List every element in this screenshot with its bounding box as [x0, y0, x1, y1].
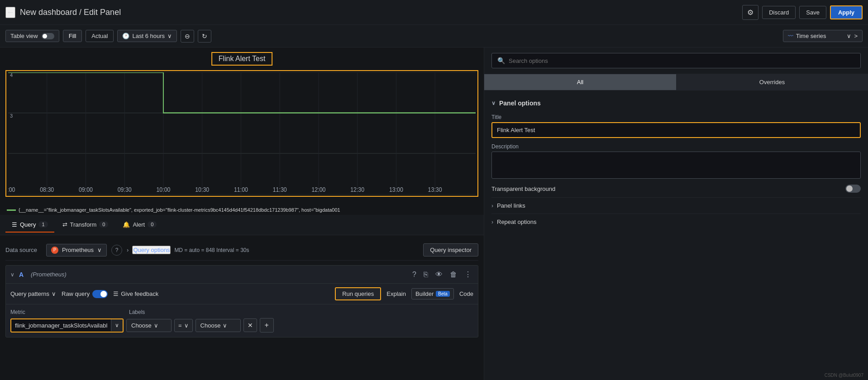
search-input[interactable] — [509, 57, 855, 64]
save-button[interactable]: Save — [799, 6, 826, 19]
metric-labels-row: Metric Labels ∨ Choose ∨ = — [6, 304, 478, 337]
tab-transform[interactable]: ⇄ Transform 0 — [56, 218, 115, 233]
clock-icon: 🕐 — [122, 33, 129, 39]
search-options-box[interactable]: 🔍 — [491, 53, 861, 68]
right-panel: 🔍 All Overrides ∨ Panel options Title De… — [484, 48, 868, 380]
search-icon: 🔍 — [497, 57, 505, 64]
repeat-options-chevron: › — [491, 219, 493, 225]
query-help-button[interactable]: ? — [410, 270, 418, 280]
feedback-button[interactable]: ☰ Give feedback — [113, 290, 158, 297]
chart-inner: 08:00 08:30 09:00 09:30 10:00 10:30 11:0… — [8, 72, 476, 195]
ts-chevron-down: ∨ — [847, 33, 851, 39]
query-options-button[interactable]: Query options — [132, 246, 171, 254]
transform-tab-label: Transform — [70, 221, 97, 228]
svg-text:10:00: 10:00 — [156, 186, 170, 193]
alert-tab-label: Alert — [133, 221, 145, 228]
table-view-switch[interactable] — [42, 33, 54, 39]
refresh-button[interactable]: ↻ — [198, 30, 211, 43]
apply-button[interactable]: Apply — [830, 5, 863, 19]
label-remove-button[interactable]: ✕ — [243, 318, 257, 332]
main-layout: Flink Alert Test 4 3 — [0, 48, 868, 380]
time-range-button[interactable]: 🕐 Last 6 hours ∨ — [117, 30, 177, 42]
actual-button[interactable]: Actual — [86, 30, 114, 42]
label-add-button[interactable]: + — [260, 318, 274, 332]
description-textarea[interactable] — [491, 152, 861, 179]
run-queries-button[interactable]: Run queries — [335, 287, 381, 300]
equals-button[interactable]: = ∨ — [174, 319, 193, 332]
svg-text:09:30: 09:30 — [118, 186, 132, 193]
patterns-label: Query patterns — [10, 290, 49, 297]
tab-alert[interactable]: 🔔 Alert 0 — [116, 218, 163, 233]
transform-tab-icon: ⇄ — [62, 221, 67, 228]
query-inspector-button[interactable]: Query inspector — [423, 243, 478, 256]
chart-area: Flink Alert Test 4 3 — [0, 48, 484, 215]
query-options-bar: Query patterns ∨ Raw query ☰ Give feedba… — [6, 284, 478, 304]
choose1-label: Choose — [131, 322, 152, 329]
choose2-chevron: ∨ — [223, 322, 227, 329]
query-visibility-button[interactable]: 👁 — [434, 270, 444, 280]
builder-button[interactable]: Builder Beta — [411, 288, 454, 299]
query-tabs: ☰ Query 1 ⇄ Transform 0 🔔 Alert 0 — [0, 215, 484, 235]
query-letter: A — [19, 271, 26, 278]
metric-input[interactable] — [11, 319, 111, 332]
tab-all[interactable]: All — [484, 74, 676, 90]
svg-text:08:00: 08:00 — [8, 186, 15, 193]
repeat-options-section[interactable]: › Repeat options — [491, 214, 861, 230]
query-tab-badge: 1 — [38, 221, 48, 228]
query-collapse-button[interactable]: ∨ — [10, 271, 14, 278]
title-input[interactable] — [491, 122, 861, 138]
raw-query-switch[interactable] — [92, 290, 108, 298]
watermark: CSDN @Bulut0907 — [825, 373, 863, 378]
metric-input-box[interactable]: ∨ — [10, 318, 124, 332]
panel-options-section[interactable]: ∨ Panel options — [491, 96, 861, 110]
metric-header: Metric — [10, 309, 124, 315]
panel-links-section[interactable]: › Panel links — [491, 197, 861, 214]
svg-text:09:00: 09:00 — [79, 186, 93, 193]
query-datasource-name: (Prometheus) — [31, 271, 406, 278]
back-button[interactable]: ← — [5, 7, 15, 18]
query-more-button[interactable]: ⋮ — [463, 269, 473, 280]
visualization-type-dropdown[interactable]: 〰 Time series ∨ > — [783, 30, 863, 42]
datasource-select[interactable]: P Prometheus ∨ — [46, 244, 107, 256]
query-tab-label: Query — [20, 221, 36, 228]
query-patterns-button[interactable]: Query patterns ∨ — [10, 290, 56, 297]
table-view-toggle[interactable]: Table view — [5, 30, 59, 42]
query-content: Data source P Prometheus ∨ ? › Query opt… — [0, 235, 484, 380]
fill-button[interactable]: Fill — [63, 30, 82, 42]
transparent-toggle[interactable] — [845, 185, 861, 193]
svg-text:08:30: 08:30 — [40, 186, 54, 193]
panel-viz-tabs: All Overrides — [484, 74, 868, 90]
header-left: ← New dashboard / Edit Panel — [5, 7, 742, 18]
datasource-row: Data source P Prometheus ∨ ? › Query opt… — [5, 240, 478, 261]
panel-options-collapse-icon: ∨ — [491, 100, 496, 106]
label-choose-button-2[interactable]: Choose ∨ — [196, 319, 241, 332]
zoom-out-button[interactable]: ⊖ — [181, 30, 194, 43]
discard-button[interactable]: Discard — [762, 6, 796, 19]
tab-query[interactable]: ☰ Query 1 — [5, 218, 54, 233]
transform-tab-badge: 0 — [99, 221, 108, 228]
header: ← New dashboard / Edit Panel ⚙ Discard S… — [0, 0, 868, 25]
query-delete-button[interactable]: 🗑 — [448, 270, 459, 280]
metric-dropdown-button[interactable]: ∨ — [111, 319, 123, 331]
code-button[interactable]: Code — [459, 290, 473, 297]
transparent-label: Transparent background — [491, 185, 555, 192]
builder-label: Builder — [415, 290, 434, 297]
svg-text:10:30: 10:30 — [195, 186, 209, 193]
label-choose-button-1[interactable]: Choose ∨ — [126, 319, 172, 332]
repeat-options-label: Repeat options — [497, 218, 536, 225]
transparent-background-row: Transparent background — [491, 180, 861, 197]
right-panel-header: 🔍 — [484, 48, 868, 74]
raw-query-toggle[interactable]: Raw query — [62, 290, 108, 298]
tab-overrides[interactable]: Overrides — [676, 74, 868, 90]
svg-text:11:00: 11:00 — [234, 186, 248, 193]
chart-title: Flink Alert Test — [211, 52, 273, 66]
legend-color — [7, 209, 16, 211]
feedback-icon: ☰ — [113, 290, 119, 297]
ts-chevron-right: > — [854, 33, 858, 39]
explain-button[interactable]: Explain — [386, 290, 406, 297]
datasource-label: Data source — [5, 247, 42, 253]
settings-button[interactable]: ⚙ — [742, 5, 758, 20]
help-button[interactable]: ? — [111, 245, 122, 256]
svg-text:12:30: 12:30 — [350, 186, 364, 193]
query-copy-button[interactable]: ⎘ — [422, 270, 430, 280]
